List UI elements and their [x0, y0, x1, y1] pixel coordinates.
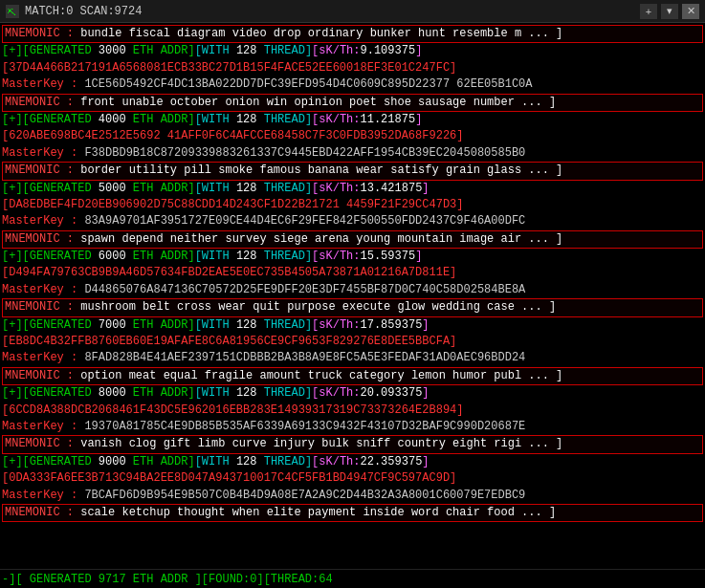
title-bar: ⛏ MATCH:0 SCAN:9724 + ▾ ✕: [0, 0, 705, 23]
list-item: [6CCD8A388DCB2068461F43DC5E962016EBB283E…: [2, 403, 703, 419]
list-item: [DA8EDBEF4FD20EB906902D75C88CDD14D243CF1…: [2, 197, 703, 213]
list-item: MNEMONIC : mushroom belt cross wear quit…: [2, 298, 703, 316]
list-item: [+][GENERATED 4000 ETH ADDR][WITH 128 TH…: [2, 112, 703, 128]
window-title: MATCH:0 SCAN:9724: [25, 5, 142, 18]
list-item: MasterKey : 83A9A9701AF3951727E09CE44D4E…: [2, 213, 703, 229]
list-item: [+][GENERATED 8000 ETH ADDR][WITH 128 TH…: [2, 385, 703, 402]
new-tab-button[interactable]: +: [640, 4, 657, 19]
status-bar: -][ GENERATED 9717 ETH ADDR ][FOUND:0][T…: [0, 569, 705, 588]
list-item: [+][GENERATED 7000 ETH ADDR][WITH 128 TH…: [2, 317, 703, 334]
list-item: [+][GENERATED 3000 ETH ADDR][WITH 128 TH…: [2, 43, 703, 59]
list-item: [+][GENERATED 5000 ETH ADDR][WITH 128 TH…: [2, 181, 703, 197]
close-button[interactable]: ✕: [682, 4, 699, 19]
list-item: [+][GENERATED 6000 ETH ADDR][WITH 128 TH…: [2, 249, 703, 265]
title-bar-left: ⛏ MATCH:0 SCAN:9724: [6, 5, 142, 18]
list-item: [D494FA79763CB9B9A46D57634FBD2EAE5E0EC73…: [2, 265, 703, 281]
list-item: MasterKey : F38DBD9B18C87209339883261337…: [2, 145, 703, 162]
dropdown-button[interactable]: ▾: [661, 4, 678, 19]
list-item: [620ABE698BC4E2512E5692 41AFF0F6C4AFCCE6…: [2, 128, 703, 144]
list-item: MNEMONIC : option meat equal fragile amo…: [2, 367, 703, 385]
list-item: MNEMONIC : front unable october onion wi…: [2, 94, 703, 112]
terminal-content: MNEMONIC : bundle fiscal diagram video d…: [0, 23, 705, 569]
list-item: MasterKey : 8FAD828B4E41AEF2397151CDBBB2…: [2, 350, 703, 366]
list-item: MNEMONIC : scale ketchup thought when el…: [2, 504, 703, 522]
list-item: MNEMONIC : border utility pill smoke fam…: [2, 162, 703, 180]
title-bar-controls: + ▾ ✕: [640, 4, 699, 19]
list-item: MasterKey : 19370A81785C4E9DB85B535AF633…: [2, 419, 703, 435]
list-item: MasterKey : D44865076A847136C70572D25FE9…: [2, 282, 703, 298]
list-item: [+][GENERATED 9000 ETH ADDR][WITH 128 TH…: [2, 454, 703, 470]
list-item: MasterKey : 7BCAFD6D9B954E9B507C0B4B4D9A…: [2, 488, 703, 504]
app-icon: ⛏: [6, 5, 19, 18]
list-item: MNEMONIC : vanish clog gift limb curve i…: [2, 435, 703, 453]
list-item: [EB8DC4B32FFB8760EB60E19AFAFE8C6A81956CE…: [2, 334, 703, 350]
list-item: MNEMONIC : spawn depend neither survey s…: [2, 230, 703, 249]
list-item: [37D4A466B217191A6568081ECB33BC27D1B15F4…: [2, 60, 703, 76]
list-item: MasterKey : 1CE56D5492CF4DC13BA022DD7DFC…: [2, 76, 703, 93]
list-item: MNEMONIC : bundle fiscal diagram video d…: [2, 25, 703, 43]
list-item: [0DA333FA6EE3B713C94BA2EE8D047A943710017…: [2, 470, 703, 487]
svg-text:⛏: ⛏: [8, 8, 16, 17]
status-text: -][ GENERATED 9717 ETH ADDR ][FOUND:0][T…: [2, 573, 333, 586]
